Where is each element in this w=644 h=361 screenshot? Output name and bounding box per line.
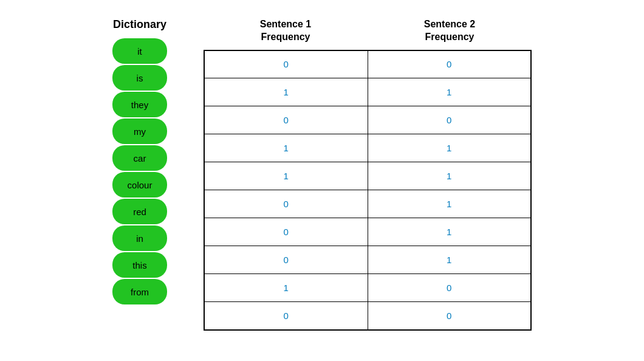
word-badge-is: is [112, 65, 167, 91]
word-badge-my: my [112, 119, 167, 144]
sentence2-cell-1: 1 [368, 78, 531, 106]
sentence1-cell-2: 0 [204, 106, 368, 134]
table-row: 00 [204, 302, 531, 330]
table-row: 01 [204, 218, 531, 246]
sentence2-cell-9: 0 [368, 302, 531, 330]
sentence1-header: Sentence 1 Frequency [204, 18, 368, 47]
sentence2-cell-5: 1 [368, 190, 531, 218]
sentence1-cell-8: 1 [204, 274, 368, 302]
table-row: 10 [204, 274, 531, 302]
frequency-table: 00110011110101011000 [204, 50, 532, 331]
table-row: 01 [204, 246, 531, 274]
word-badge-it: it [112, 38, 167, 64]
word-badge-red: red [112, 199, 167, 224]
dictionary-words: itistheymycarcolourredinthisfrom [112, 38, 167, 304]
sentence2-cell-8: 0 [368, 274, 531, 302]
sentence2-cell-6: 1 [368, 218, 531, 246]
word-badge-colour: colour [112, 172, 167, 198]
sentence1-cell-3: 1 [204, 134, 368, 162]
sentence2-cell-0: 0 [368, 50, 531, 78]
sentence1-cell-7: 0 [204, 246, 368, 274]
table-row: 00 [204, 50, 531, 78]
word-badge-from: from [112, 279, 167, 304]
sentence2-cell-3: 1 [368, 134, 531, 162]
sentence2-header: Sentence 2 Frequency [368, 18, 532, 47]
sentence1-cell-6: 0 [204, 218, 368, 246]
dictionary-section: Dictionary itistheymycarcolourredinthisf… [112, 18, 167, 304]
table-headers: Sentence 1 Frequency Sentence 2 Frequenc… [204, 18, 532, 47]
sentence2-cell-7: 1 [368, 246, 531, 274]
sentence2-cell-4: 1 [368, 162, 531, 190]
word-badge-car: car [112, 145, 167, 171]
main-container: Dictionary itistheymycarcolourredinthisf… [112, 18, 532, 331]
word-badge-in: in [112, 225, 167, 251]
table-section: Sentence 1 Frequency Sentence 2 Frequenc… [204, 18, 532, 331]
sentence1-cell-5: 0 [204, 190, 368, 218]
table-row: 11 [204, 162, 531, 190]
table-row: 11 [204, 78, 531, 106]
sentence1-cell-0: 0 [204, 50, 368, 78]
table-row: 01 [204, 190, 531, 218]
table-body: 00110011110101011000 [204, 50, 531, 330]
table-row: 11 [204, 134, 531, 162]
word-badge-they: they [112, 92, 167, 117]
sentence1-cell-4: 1 [204, 162, 368, 190]
sentence1-cell-9: 0 [204, 302, 368, 330]
dictionary-title: Dictionary [113, 18, 166, 31]
word-badge-this: this [112, 252, 167, 278]
table-row: 00 [204, 106, 531, 134]
sentence2-cell-2: 0 [368, 106, 531, 134]
sentence1-cell-1: 1 [204, 78, 368, 106]
